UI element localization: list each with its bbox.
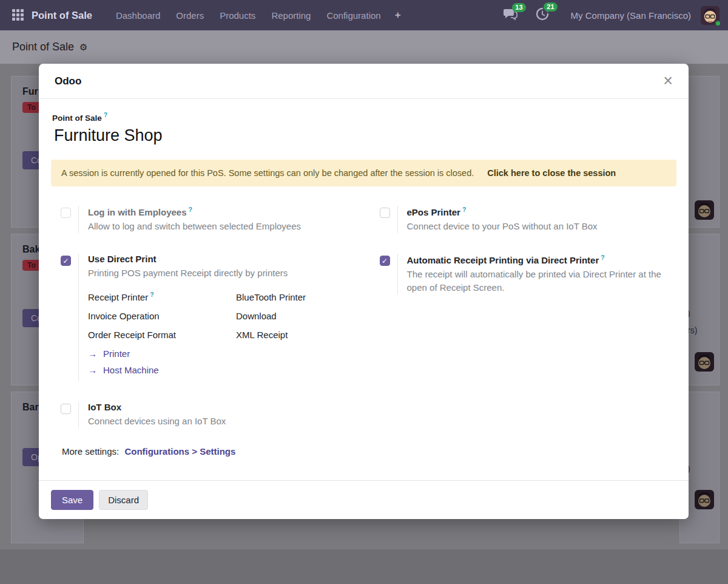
app-brand[interactable]: Point of Sale: [32, 10, 92, 21]
nav-item-dashboard[interactable]: Dashboard: [116, 10, 160, 21]
help-icon[interactable]: ?: [150, 291, 153, 298]
nav-item-reporting[interactable]: Reporting: [271, 10, 311, 21]
more-settings-row: More settings: Configurations > Settings: [62, 446, 676, 457]
card-user-avatar: [695, 352, 714, 372]
setting-title: IoT Box: [88, 402, 358, 412]
setting-login-with-employees: Log in with Employees? Allow to log and …: [51, 206, 358, 233]
warning-text: A session is currently opened for this P…: [61, 168, 474, 178]
nav-item-orders[interactable]: Orders: [176, 10, 204, 21]
field-order-receipt-format: Order Receipt Format XML Receipt: [88, 330, 358, 340]
activities-count-badge: 21: [544, 2, 557, 12]
login-with-employees-checkbox[interactable]: [61, 208, 71, 218]
field-label: Order Receipt Format: [88, 330, 236, 340]
setting-divider: [397, 206, 398, 233]
setting-divider: [78, 402, 79, 428]
close-session-link[interactable]: Click here to close the session: [487, 168, 616, 178]
auto-receipt-checkbox[interactable]: [380, 256, 390, 266]
arrow-right-icon: →: [88, 365, 97, 375]
help-icon[interactable]: ?: [462, 206, 466, 213]
control-panel: Point of Sale ⚙: [0, 30, 728, 64]
messages-count-badge: 13: [512, 3, 525, 12]
dialog-title: Odoo: [55, 75, 81, 87]
page-bottom-band: [0, 549, 728, 584]
field-label: Invoice Operation: [88, 311, 236, 321]
pos-field-label: Point of Sale: [52, 114, 102, 123]
settings-gear-icon[interactable]: ⚙: [79, 42, 87, 53]
activities-icon[interactable]: 21: [536, 7, 549, 23]
setting-description: Connect device to your PoS without an Io…: [407, 220, 677, 233]
setting-use-direct-print: Use Direct Print Printing POS payment Re…: [51, 254, 358, 381]
setting-title: ePos Printer?: [407, 206, 677, 217]
field-invoice-operation: Invoice Operation Download: [88, 311, 358, 321]
status-badge: To: [22, 260, 41, 271]
setting-title: Automatic Receipt Printing via Direct Pr…: [407, 254, 677, 265]
company-switcher[interactable]: My Company (San Francisco): [571, 10, 691, 21]
settings-grid: Log in with Employees? Allow to log and …: [51, 206, 676, 427]
setting-description: Printing POS payment Receipt directly by…: [88, 267, 358, 280]
setting-auto-receipt-printing: Automatic Receipt Printing via Direct Pr…: [370, 254, 677, 294]
iot-box-checkbox[interactable]: [61, 404, 71, 414]
page-title: Point of Sale: [12, 41, 74, 53]
setting-divider: [78, 254, 79, 381]
status-badge: To: [22, 102, 41, 113]
direct-print-links: →Printer →Host Machine: [88, 348, 358, 376]
new-record-plus-icon[interactable]: +: [395, 9, 401, 21]
host-machine-link[interactable]: →Host Machine: [88, 365, 159, 375]
more-settings-prefix: More settings:: [62, 446, 119, 457]
epos-printer-checkbox[interactable]: [380, 208, 390, 218]
help-icon[interactable]: ?: [104, 111, 107, 118]
session-warning-banner: A session is currently opened for this P…: [51, 160, 676, 186]
dialog-header: Odoo ×: [39, 64, 689, 99]
top-navbar: Point of Sale Dashboard Orders Products …: [0, 0, 728, 30]
card-user-avatar: [695, 490, 714, 509]
use-direct-print-checkbox[interactable]: [61, 256, 71, 266]
help-icon[interactable]: ?: [601, 254, 604, 261]
setting-description: Connect devices using an IoT Box: [88, 415, 358, 428]
field-value[interactable]: Download: [236, 311, 277, 321]
setting-epos-printer: ePos Printer? Connect device to your PoS…: [370, 206, 677, 233]
setting-divider: [397, 254, 398, 294]
discard-button[interactable]: Discard: [99, 490, 148, 510]
arrow-right-icon: →: [88, 348, 97, 359]
pos-settings-dialog: Odoo × Point of Sale? Furniture Shop A s…: [39, 64, 689, 519]
field-label: Receipt Printer?: [88, 291, 236, 302]
field-value[interactable]: XML Receipt: [236, 330, 288, 340]
apps-grid-icon[interactable]: [12, 9, 24, 21]
clipped-text-fragment: rs): [687, 325, 697, 335]
setting-divider: [78, 206, 79, 233]
direct-print-subfields: Receipt Printer? BlueTooth Printer Invoi…: [88, 291, 358, 340]
field-receipt-printer: Receipt Printer? BlueTooth Printer: [88, 291, 358, 302]
nav-item-products[interactable]: Products: [220, 10, 255, 21]
save-button[interactable]: Save: [51, 490, 93, 510]
setting-description: The receipt will automatically be printe…: [407, 268, 677, 294]
setting-description: Allow to log and switch between selected…: [88, 220, 358, 233]
messages-icon[interactable]: 13: [504, 8, 517, 23]
user-avatar[interactable]: [701, 6, 720, 25]
configurations-settings-link[interactable]: Configurations > Settings: [124, 446, 235, 457]
field-value[interactable]: BlueTooth Printer: [236, 292, 306, 302]
setting-title: Log in with Employees?: [88, 206, 358, 217]
dialog-body: Point of Sale? Furniture Shop A session …: [39, 111, 689, 457]
close-icon[interactable]: ×: [663, 73, 673, 89]
card-user-avatar: [695, 200, 714, 220]
setting-title: Use Direct Print: [88, 254, 358, 264]
nav-item-configuration[interactable]: Configuration: [326, 10, 380, 21]
online-status-dot: [715, 20, 721, 27]
record-name[interactable]: Furniture Shop: [54, 126, 676, 145]
setting-iot-box: IoT Box Connect devices using an IoT Box: [51, 402, 358, 428]
printer-link[interactable]: →Printer: [88, 348, 130, 359]
help-icon[interactable]: ?: [189, 206, 192, 213]
dialog-footer: Save Discard: [39, 480, 689, 519]
